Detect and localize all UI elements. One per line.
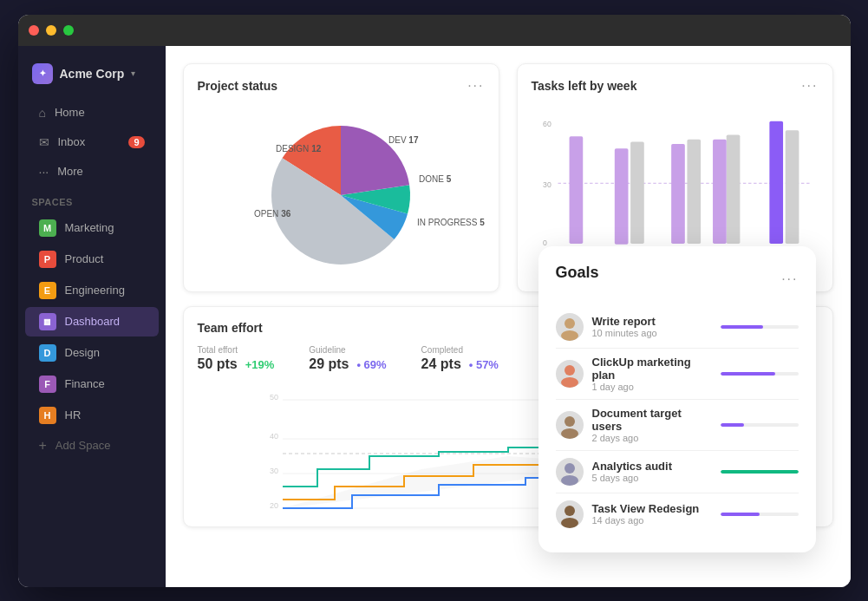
goal-time-1: 10 minutes ago xyxy=(592,328,712,338)
goals-title: Goals xyxy=(556,264,599,282)
svg-point-11 xyxy=(561,377,578,388)
sidebar-item-product[interactable]: P Product xyxy=(25,245,159,274)
sidebar-item-finance[interactable]: F Finance xyxy=(25,369,159,399)
add-icon: + xyxy=(39,438,47,454)
goal-name-5: Task View Redesign xyxy=(592,502,712,515)
goals-card: Goals ··· Write report 10 minutes ago xyxy=(538,246,816,552)
add-space-label: Add Space xyxy=(55,439,111,452)
total-effort-change: +19% xyxy=(245,358,275,371)
total-effort-stat: Total effort 50 pts +19% xyxy=(198,345,275,372)
app-window: ✦ Acme Corp ▾ ⌂ Home ✉ Inbox 9 ··· More … xyxy=(18,15,851,587)
pie-chart-container: DEV 17 DONE 5 IN PROGRESS 5 OPEN 36 xyxy=(198,104,485,278)
sidebar: ✦ Acme Corp ▾ ⌂ Home ✉ Inbox 9 ··· More … xyxy=(18,46,166,587)
goal-name-3: Document target users xyxy=(592,407,712,433)
main-content: Project status ··· xyxy=(166,46,851,587)
goal-progress-5 xyxy=(721,513,799,516)
svg-text:40: 40 xyxy=(270,432,278,441)
svg-point-17 xyxy=(561,518,578,528)
bar-w4-purple xyxy=(713,139,727,243)
sidebar-item-home[interactable]: ⌂ Home xyxy=(25,99,159,127)
dashboard-icon: ▦ xyxy=(39,313,56,330)
goal-time-4: 5 days ago xyxy=(592,473,712,483)
guideline-value: 29 pts • 69% xyxy=(309,356,386,371)
goal-avatar-1 xyxy=(556,313,584,341)
svg-text:30: 30 xyxy=(270,467,278,475)
goal-info-1: Write report 10 minutes ago xyxy=(592,315,712,338)
total-effort-value: 50 pts +19% xyxy=(198,356,275,371)
goal-item-2: ClickUp marketing plan 1 day ago xyxy=(556,349,799,400)
company-logo: ✦ xyxy=(32,63,53,84)
svg-point-15 xyxy=(561,475,578,486)
sidebar-item-inbox[interactable]: ✉ Inbox 9 xyxy=(25,128,159,156)
minimize-button[interactable] xyxy=(46,25,56,36)
title-bar xyxy=(18,15,851,46)
sidebar-item-hr[interactable]: H HR xyxy=(25,401,159,430)
guideline-stat: Guideline 29 pts • 69% xyxy=(309,345,386,372)
more-label: More xyxy=(57,165,83,178)
sidebar-item-dashboard[interactable]: ▦ Dashboard xyxy=(25,307,159,336)
pie-dev-label: DEV 17 xyxy=(388,135,419,145)
svg-point-9 xyxy=(561,330,578,341)
add-space-button[interactable]: + Add Space xyxy=(25,432,159,460)
sidebar-item-marketing[interactable]: M Marketing xyxy=(25,213,159,243)
completed-percent: • 57% xyxy=(469,358,499,371)
goal-info-2: ClickUp marketing plan 1 day ago xyxy=(592,356,712,392)
goal-name-2: ClickUp marketing plan xyxy=(592,356,712,382)
total-effort-label: Total effort xyxy=(198,345,275,355)
engineering-label: Engineering xyxy=(65,284,125,297)
company-header[interactable]: ✦ Acme Corp ▾ xyxy=(18,56,166,98)
goal-info-3: Document target users 2 days ago xyxy=(592,407,712,443)
pie-inprogress-label: IN PROGRESS 5 xyxy=(417,218,485,227)
finance-label: Finance xyxy=(65,377,105,390)
guideline-label: Guideline xyxy=(309,345,386,355)
completed-stat: Completed 24 pts • 57% xyxy=(421,345,499,372)
bar-w2-gray xyxy=(630,141,644,244)
inbox-label: Inbox xyxy=(58,135,86,148)
bar-w3-gray xyxy=(687,139,701,243)
goals-header: Goals ··· xyxy=(556,264,799,296)
team-effort-title: Team effort xyxy=(198,321,263,335)
project-status-title: Project status xyxy=(198,79,278,93)
marketing-label: Marketing xyxy=(65,221,114,234)
goals-menu[interactable]: ··· xyxy=(781,271,798,287)
app-content: ✦ Acme Corp ▾ ⌂ Home ✉ Inbox 9 ··· More … xyxy=(18,46,851,587)
finance-icon: F xyxy=(39,376,56,393)
goal-item-4: Analytics audit 5 days ago xyxy=(556,451,799,493)
goal-avatar-2 xyxy=(556,360,584,388)
bar-w1-purple xyxy=(569,136,583,244)
engineering-icon: E xyxy=(39,282,56,299)
goal-info-5: Task View Redesign 14 days ago xyxy=(592,502,712,526)
pie-chart: DEV 17 DONE 5 IN PROGRESS 5 OPEN 36 xyxy=(228,104,454,278)
tasks-header: Tasks left by week ··· xyxy=(532,78,819,94)
completed-value: 24 pts • 57% xyxy=(421,356,499,371)
hr-label: HR xyxy=(65,408,82,421)
svg-text:50: 50 xyxy=(270,393,278,402)
hr-icon: H xyxy=(39,407,56,424)
completed-label: Completed xyxy=(421,345,499,355)
inbox-icon: ✉ xyxy=(39,135,49,149)
project-status-menu[interactable]: ··· xyxy=(467,78,484,94)
goal-info-4: Analytics audit 5 days ago xyxy=(592,460,712,483)
project-status-header: Project status ··· xyxy=(198,78,485,94)
svg-point-12 xyxy=(565,416,575,427)
goal-time-3: 2 days ago xyxy=(592,433,712,443)
sidebar-item-engineering[interactable]: E Engineering xyxy=(25,276,159,305)
sidebar-item-design[interactable]: D Design xyxy=(25,338,159,368)
chevron-down-icon: ▾ xyxy=(131,69,135,78)
tasks-menu[interactable]: ··· xyxy=(801,78,818,94)
pie-open-label: OPEN 36 xyxy=(254,209,291,219)
marketing-icon: M xyxy=(39,219,56,237)
y-label-0: 0 xyxy=(543,238,547,246)
svg-point-13 xyxy=(561,428,578,439)
svg-point-10 xyxy=(565,365,575,376)
more-icon: ··· xyxy=(39,165,49,179)
maximize-button[interactable] xyxy=(63,25,74,36)
close-button[interactable] xyxy=(29,25,39,36)
goal-name-4: Analytics audit xyxy=(592,460,712,473)
y-label-30: 30 xyxy=(543,180,551,188)
goal-name-1: Write report xyxy=(592,315,712,328)
sidebar-item-more[interactable]: ··· More xyxy=(25,158,159,186)
design-label: Design xyxy=(65,346,100,359)
goal-progress-4 xyxy=(721,470,799,474)
goal-time-5: 14 days ago xyxy=(592,515,712,526)
